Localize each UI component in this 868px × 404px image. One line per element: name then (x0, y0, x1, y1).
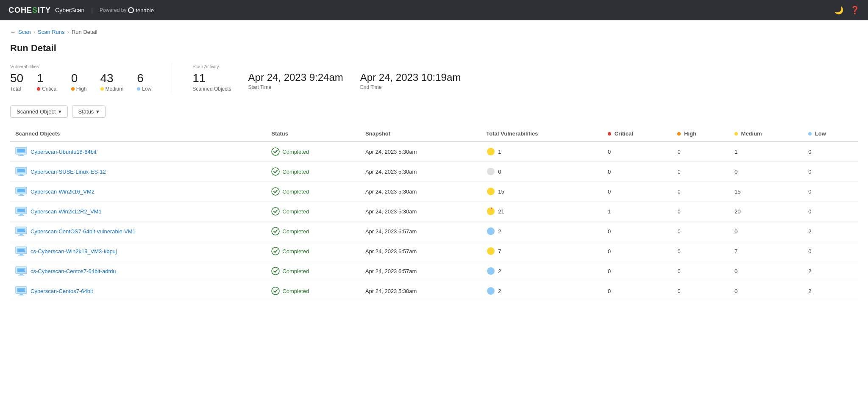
th-snapshot: Snapshot (360, 126, 481, 141)
status-text: Completed (282, 268, 309, 274)
th-low-dot (808, 132, 812, 136)
svg-rect-64 (17, 288, 25, 292)
svg-point-26 (487, 188, 495, 195)
td-high: 0 (672, 261, 729, 281)
td-snapshot: Apr 24, 2023 5:30am (360, 162, 481, 182)
dark-mode-icon[interactable]: 🌙 (834, 6, 843, 15)
table-row[interactable]: Cyberscan-Centos7-64bit Completed Apr 24… (10, 281, 858, 301)
svg-point-43 (487, 227, 495, 235)
object-name[interactable]: Cyberscan-Win2k16_VM2 (31, 188, 95, 195)
status-filter[interactable]: Status ▾ (72, 105, 106, 118)
object-name[interactable]: Cyberscan-SUSE-Linux-ES-12 (31, 169, 106, 175)
td-status: Completed (266, 241, 360, 261)
breadcrumb-scan-runs-link[interactable]: Scan Runs (38, 29, 65, 35)
svg-rect-2 (17, 149, 25, 152)
object-name[interactable]: Cyberscan-Ubuntu18-64bit (31, 149, 96, 155)
completed-check-icon (271, 207, 280, 216)
object-name[interactable]: Cyberscan-Win2k12R2_VM1 (31, 208, 102, 215)
td-name: Cyberscan-Ubuntu18-64bit (10, 141, 266, 162)
td-name: cs-Cyberscan-Win2k19_VM3-kbpuj (10, 241, 266, 261)
svg-rect-55 (17, 268, 25, 272)
pie-chart-icon (486, 167, 495, 176)
svg-point-69 (272, 287, 279, 295)
breadcrumb-current: Run Detail (72, 29, 97, 35)
vuln-critical-label: Critical (37, 86, 58, 92)
scanned-object-chevron-icon: ▾ (58, 108, 61, 115)
svg-rect-37 (17, 229, 25, 232)
pie-chart-icon (486, 187, 495, 196)
object-name[interactable]: Cyberscan-CentOS7-64bit-vulnerable-VM1 (31, 228, 136, 235)
end-time-stat: Apr 24, 2023 10:19am End Time (360, 72, 461, 90)
td-snapshot: Apr 24, 2023 5:30am (360, 281, 481, 301)
total-vuln-value: 2 (498, 228, 501, 235)
svg-point-42 (272, 227, 279, 235)
svg-point-8 (487, 148, 495, 155)
scan-activity-block: Scan Activity 11 Scanned Objects Apr 24,… (192, 64, 461, 92)
pie-chart-icon (486, 147, 495, 156)
vuln-high-number: 0 (71, 72, 78, 84)
td-low: 2 (803, 281, 858, 301)
vuln-high-label: High (71, 86, 87, 92)
td-status: Completed (266, 202, 360, 221)
td-name: Cyberscan-Win2k16_VM2 (10, 182, 266, 202)
td-total-vuln: 2 (481, 221, 603, 241)
brand-divider: | (91, 7, 93, 14)
vulnerabilities-block: Vulnerabilities 50 Total 1 Critical 0 (10, 64, 151, 92)
vuln-medium-label: Medium (100, 86, 124, 92)
svg-rect-22 (18, 195, 24, 196)
table-row[interactable]: Cyberscan-Win2k16_VM2 Completed Apr 24, … (10, 182, 858, 202)
vuln-low: 6 Low (137, 72, 151, 92)
svg-point-50 (25, 250, 25, 251)
table-row[interactable]: Cyberscan-SUSE-Linux-ES-12 Completed Apr… (10, 162, 858, 182)
server-icon (15, 286, 27, 296)
table-row[interactable]: Cyberscan-Win2k12R2_VM1 Completed Apr 24… (10, 202, 858, 221)
vuln-low-label: Low (137, 86, 151, 92)
object-name[interactable]: cs-Cyberscan-Win2k19_VM3-kbpuj (31, 248, 117, 255)
brand-cyberscan-text: CyberScan (55, 7, 84, 14)
td-medium: 7 (729, 241, 803, 261)
completed-check-icon (271, 187, 280, 196)
object-name[interactable]: Cyberscan-Centos7-64bit (31, 288, 93, 294)
svg-point-14 (25, 169, 25, 170)
pie-chart-icon (486, 246, 495, 256)
scan-activity-label: Scan Activity (192, 64, 461, 69)
td-status: Completed (266, 141, 360, 162)
td-status: Completed (266, 261, 360, 281)
scanned-objects-number: 11 (192, 72, 231, 84)
td-name: cs-Cyberscan-Centos7-64bit-adtdu (10, 261, 266, 281)
back-arrow[interactable]: ← (10, 29, 16, 35)
svg-rect-66 (18, 295, 24, 296)
svg-rect-4 (18, 155, 24, 156)
td-medium: 0 (729, 162, 803, 182)
table-row[interactable]: cs-Cyberscan-Centos7-64bit-adtdu Complet… (10, 261, 858, 281)
td-high: 0 (672, 281, 729, 301)
scanned-object-filter[interactable]: Scanned Object ▾ (10, 105, 68, 118)
svg-point-41 (25, 230, 25, 231)
table-row[interactable]: Cyberscan-CentOS7-64bit-vulnerable-VM1 C… (10, 221, 858, 241)
scanned-objects-label: Scanned Objects (192, 86, 231, 92)
svg-rect-31 (18, 215, 24, 216)
td-medium: 1 (729, 141, 803, 162)
table-row[interactable]: Cyberscan-Ubuntu18-64bit Completed Apr 2… (10, 141, 858, 162)
status-text: Completed (282, 188, 309, 195)
td-low: 2 (803, 221, 858, 241)
help-icon[interactable]: ❓ (850, 6, 860, 15)
table-header: Scanned Objects Status Snapshot Total Vu… (10, 126, 858, 141)
td-medium: 15 (729, 182, 803, 202)
svg-rect-57 (18, 275, 24, 276)
svg-point-32 (25, 209, 25, 210)
td-high: 0 (672, 221, 729, 241)
status-chevron-icon: ▾ (96, 108, 99, 115)
svg-rect-13 (18, 175, 24, 176)
object-name[interactable]: cs-Cyberscan-Centos7-64bit-adtdu (31, 268, 116, 274)
breadcrumb-scan-link[interactable]: Scan (18, 29, 31, 35)
pie-chart-icon (486, 266, 495, 276)
td-total-vuln: 0 (481, 162, 603, 182)
td-snapshot: Apr 24, 2023 5:30am (360, 141, 481, 162)
status-text: Completed (282, 149, 309, 155)
server-icon (15, 246, 27, 256)
th-medium: Medium (729, 126, 803, 141)
svg-rect-39 (18, 235, 24, 236)
table-row[interactable]: cs-Cyberscan-Win2k19_VM3-kbpuj Completed… (10, 241, 858, 261)
td-critical: 1 (603, 202, 672, 221)
